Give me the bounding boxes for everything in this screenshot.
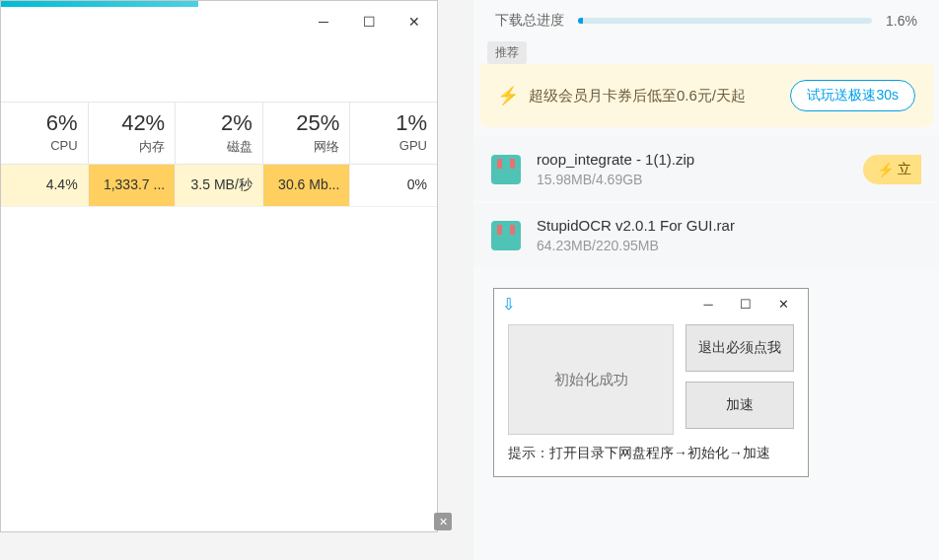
promo-banner: ⚡ 超级会员月卡券后低至0.6元/天起 试玩送极速30s: [479, 64, 933, 127]
download-name: StupidOCR v2.0.1 For GUI.rar: [537, 217, 921, 234]
process-row[interactable]: 4.4% 1,333.7 ... 3.5 MB/秒 30.6 Mb... 0%: [1, 165, 437, 207]
progress-fill: [578, 18, 583, 24]
minimize-button[interactable]: ─: [689, 292, 727, 315]
util-titlebar: ⇩ ─ ☐ ✕: [494, 289, 808, 318]
util-body: 初始化成功 退出必须点我 加速: [494, 318, 808, 435]
col-disk-label: 磁盘: [176, 138, 253, 156]
progress-pct: 1.6%: [886, 13, 917, 29]
download-size: 15.98MB/4.69GB: [537, 172, 863, 187]
accelerator-window: ⇩ ─ ☐ ✕ 初始化成功 退出必须点我 加速 提示：打开目录下网盘程序→初始化…: [493, 288, 809, 477]
archive-icon: [491, 221, 521, 250]
col-mem-pct: 42%: [89, 110, 166, 136]
try-speed-button[interactable]: 试玩送极速30s: [790, 80, 915, 111]
col-cpu-pct: 6%: [1, 110, 78, 136]
promo-tag: 推荐: [487, 41, 527, 64]
col-gpu[interactable]: 1% GPU: [350, 103, 437, 164]
col-gpu-pct: 1%: [350, 110, 427, 136]
exit-button[interactable]: 退出必须点我: [686, 324, 794, 372]
taskmgr-window: ─ ☐ ✕ 6% CPU 42% 内存 2% 磁盘 25% 网络 1% GPU …: [0, 0, 438, 532]
close-button[interactable]: ✕: [392, 3, 437, 40]
col-net-label: 网络: [263, 138, 340, 156]
col-disk-pct: 2%: [176, 110, 253, 136]
maximize-button[interactable]: ☐: [346, 3, 392, 40]
init-status: 初始化成功: [508, 324, 674, 435]
download-name: roop_integrate - 1(1).zip: [537, 151, 863, 168]
taskmgr-column-headers: 6% CPU 42% 内存 2% 磁盘 25% 网络 1% GPU: [1, 102, 437, 165]
col-mem-label: 内存: [89, 138, 166, 156]
col-cpu[interactable]: 6% CPU: [1, 103, 89, 164]
download-size: 64.23MB/220.95MB: [537, 238, 921, 253]
cell-disk: 3.5 MB/秒: [176, 165, 263, 206]
titlebar-accent: [1, 1, 198, 7]
download-item[interactable]: roop_integrate - 1(1).zip 15.98MB/4.69GB…: [473, 137, 939, 201]
col-gpu-label: GPU: [350, 138, 427, 153]
progress-bar[interactable]: [578, 18, 872, 24]
cell-cpu: 4.4%: [1, 165, 89, 206]
minimize-button[interactable]: ─: [301, 3, 346, 40]
col-cpu-label: CPU: [1, 138, 78, 153]
util-button-col: 退出必须点我 加速: [686, 324, 794, 435]
bolt-icon: ⚡: [877, 162, 894, 177]
overall-progress: 下载总进度 1.6%: [473, 0, 939, 37]
download-arrow-icon: ⇩: [502, 295, 515, 314]
bolt-icon: ⚡: [497, 85, 519, 106]
accelerate-button[interactable]: 加速: [686, 382, 794, 429]
col-mem[interactable]: 42% 内存: [89, 103, 177, 164]
hint-text: 提示：打开目录下网盘程序→初始化→加速: [494, 435, 808, 462]
download-item[interactable]: StupidOCR v2.0.1 For GUI.rar 64.23MB/220…: [473, 203, 939, 267]
scroll-close-icon[interactable]: ✕: [434, 513, 452, 530]
download-action-button[interactable]: ⚡ 立: [863, 155, 921, 184]
maximize-button[interactable]: ☐: [727, 292, 764, 315]
col-disk[interactable]: 2% 磁盘: [176, 103, 263, 164]
col-net-pct: 25%: [263, 110, 340, 136]
close-button[interactable]: ✕: [764, 292, 802, 315]
download-action-label: 立: [898, 161, 911, 178]
download-meta: StupidOCR v2.0.1 For GUI.rar 64.23MB/220…: [537, 217, 921, 253]
cell-gpu: 0%: [350, 165, 437, 206]
download-meta: roop_integrate - 1(1).zip 15.98MB/4.69GB: [537, 151, 863, 187]
promo-text: 超级会员月卡券后低至0.6元/天起: [529, 87, 790, 105]
cell-net: 30.6 Mb...: [263, 165, 351, 206]
progress-label: 下载总进度: [495, 12, 564, 30]
taskmgr-titlebar: ─ ☐ ✕: [1, 1, 437, 42]
cell-mem: 1,333.7 ...: [89, 165, 177, 206]
archive-icon: [491, 155, 521, 184]
col-net[interactable]: 25% 网络: [263, 103, 351, 164]
